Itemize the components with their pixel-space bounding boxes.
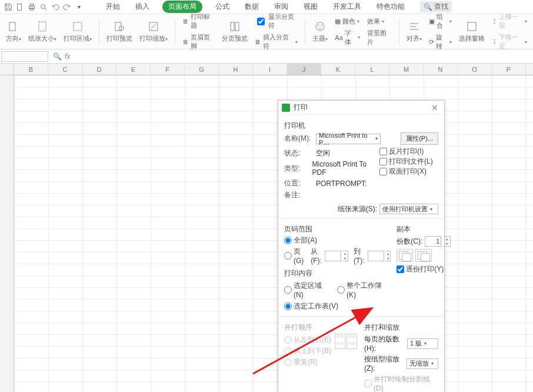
select-all-corner[interactable] <box>0 64 14 75</box>
papersize-icon <box>36 20 49 33</box>
redo-icon[interactable] <box>62 2 72 12</box>
ribbon-showbreaks[interactable]: 显示分页符 <box>255 12 298 31</box>
dialog-title: 打印 <box>294 102 429 112</box>
order-tb-radio: 从上到下(B) <box>284 346 331 356</box>
name-box[interactable] <box>1 51 48 62</box>
type-label: 类型: <box>284 164 310 174</box>
from-input[interactable] <box>325 251 341 261</box>
from-spinner[interactable]: ▴▾ <box>343 251 348 261</box>
font-icon: Aa <box>335 34 342 41</box>
tab-insert[interactable]: 插入 <box>133 1 152 13</box>
content-sheets-radio[interactable]: 选定工作表(V) <box>284 301 391 311</box>
duplex-checkbox[interactable]: 双面打印(X) <box>379 167 438 177</box>
col-header[interactable]: M <box>389 64 424 75</box>
col-header[interactable]: B <box>14 64 48 75</box>
svg-rect-7 <box>39 22 46 31</box>
ribbon-printarea-label: 打印区域 <box>64 35 89 42</box>
papersrc-combo[interactable]: 使用打印机设置▾ <box>379 204 438 214</box>
col-header[interactable]: P <box>492 64 526 75</box>
close-icon[interactable]: ✕ <box>429 103 441 112</box>
col-header-active[interactable]: J <box>287 64 321 75</box>
to-input[interactable] <box>368 251 384 261</box>
print-to-file-checkbox[interactable]: 打印到文件(L) <box>379 157 438 167</box>
tab-dev[interactable]: 开发工具 <box>331 1 364 13</box>
tab-view[interactable]: 视图 <box>301 1 320 13</box>
tab-review[interactable]: 审阅 <box>272 1 291 13</box>
ribbon-color[interactable]: ▦颜色▾ <box>335 16 360 26</box>
zoom-icon[interactable]: 🔍 <box>52 51 62 62</box>
save-icon[interactable] <box>4 2 13 12</box>
ribbon-direction[interactable]: 方向▾ <box>4 20 24 43</box>
ribbon-printscale[interactable]: 打印缩放▾ <box>137 20 170 43</box>
scale-combo[interactable]: 无缩放▾ <box>407 358 438 369</box>
tab-pagelayout[interactable]: 页面布局 <box>162 1 202 13</box>
ribbon-font[interactable]: Aa字体▾ <box>335 28 360 47</box>
col-header[interactable]: K <box>321 64 355 75</box>
collate-checkbox[interactable]: 逐份打印(Y) <box>397 264 455 274</box>
copies-input[interactable] <box>425 236 441 247</box>
ribbon-printtitle[interactable]: 🗎打印标题 <box>182 12 215 31</box>
section-printer: 打印机 <box>284 121 438 131</box>
range-pages-radio[interactable]: 页(G) 从(F): ▴▾ 到(T): ▴▾ <box>284 247 391 265</box>
chevron-down-icon: ▾ <box>424 341 427 346</box>
col-header[interactable]: H <box>219 64 253 75</box>
column-headers: B C D E F G H I J K L M N O P <box>0 64 533 75</box>
ribbon-effect[interactable]: 效果▾ <box>367 16 392 26</box>
ribbon-splitpreview[interactable]: 分页预览 <box>219 20 250 43</box>
printscale-icon <box>147 20 160 33</box>
print-icon[interactable] <box>27 2 36 12</box>
col-header[interactable]: E <box>116 64 151 75</box>
perpage-label: 每页的版数(H): <box>364 334 405 353</box>
ribbon-printpreview[interactable]: 打印预览 <box>104 20 135 43</box>
content-selection-radio[interactable]: 选定区域(N) <box>284 281 331 299</box>
tab-start[interactable]: 开始 <box>104 1 122 13</box>
printer-name-combo[interactable]: Microsoft Print to P…▾ <box>316 134 381 144</box>
preview-icon[interactable] <box>39 2 48 12</box>
range-all-radio[interactable]: 全部(A) <box>284 235 391 245</box>
col-header[interactable]: D <box>82 64 116 75</box>
row-headers[interactable] <box>0 75 14 392</box>
perpage-combo[interactable]: 1 版▾ <box>407 338 438 349</box>
tab-special[interactable]: 特色功能 <box>374 1 407 13</box>
col-header[interactable]: C <box>48 64 82 75</box>
ribbon-printpreview-label: 打印预览 <box>106 34 132 43</box>
ribbon-headerfooter[interactable]: 🗎页眉页脚 <box>182 32 215 51</box>
col-header[interactable]: N <box>424 64 458 75</box>
ribbon-selpane[interactable]: 选择窗格 <box>457 20 487 43</box>
ribbon-rotate[interactable]: ⟳旋转▾ <box>429 32 452 51</box>
moveup-icon: ↥ <box>492 18 497 25</box>
ribbon-align[interactable]: 对齐▾ <box>404 20 424 43</box>
undo-icon[interactable] <box>51 2 60 12</box>
col-header[interactable]: O <box>458 64 492 75</box>
dialog-titlebar[interactable]: 打印 ✕ <box>278 101 444 115</box>
printtitle-icon: 🗎 <box>182 18 189 25</box>
ribbon-theme[interactable]: 主题▾ <box>310 20 330 43</box>
ribbon-insertbreak[interactable]: 🗎插入分页符▾ <box>255 32 298 51</box>
qa-dropdown-icon[interactable]: ▾ <box>74 2 84 12</box>
ribbon-group-btn[interactable]: ▣组合▾ <box>429 12 452 31</box>
svg-point-4 <box>41 4 45 8</box>
new-icon[interactable] <box>15 2 25 12</box>
ribbon-bgpic[interactable]: 背景图片 <box>367 28 392 47</box>
search-box[interactable]: 🔍 查找 <box>420 1 452 12</box>
fx-label[interactable]: fx <box>65 52 70 61</box>
col-header[interactable]: F <box>151 64 185 75</box>
ribbon-printarea[interactable]: 打印区域▾ <box>61 20 94 43</box>
content-workbook-radio[interactable]: 整个工作簿(K) <box>337 281 391 299</box>
col-header[interactable]: L <box>355 64 389 75</box>
ribbon-papersize[interactable]: 纸张大小▾ <box>26 20 59 43</box>
ribbon: 方向▾ 纸张大小▾ 打印区域▾ 打印预览 打印缩放▾ 🗎打印标题 🗎页眉页脚 分… <box>0 14 533 49</box>
ribbon-papersize-label: 纸张大小 <box>28 35 54 42</box>
showbreaks-checkbox[interactable] <box>257 18 265 25</box>
section-zoom: 并打和缩放 <box>364 323 438 333</box>
reverse-print-checkbox[interactable]: 反片打印(I) <box>379 147 438 157</box>
tab-formula[interactable]: 公式 <box>213 1 232 13</box>
where-value: PORTPROMPT: <box>316 180 367 188</box>
col-header[interactable]: G <box>185 64 219 75</box>
copies-spinner[interactable]: ▴▾ <box>444 236 451 247</box>
col-header[interactable]: I <box>253 64 287 75</box>
properties-button[interactable]: 属性(P)... <box>401 132 438 145</box>
tab-data[interactable]: 数据 <box>242 1 261 13</box>
svg-rect-6 <box>9 22 15 31</box>
to-spinner[interactable]: ▴▾ <box>386 251 391 261</box>
